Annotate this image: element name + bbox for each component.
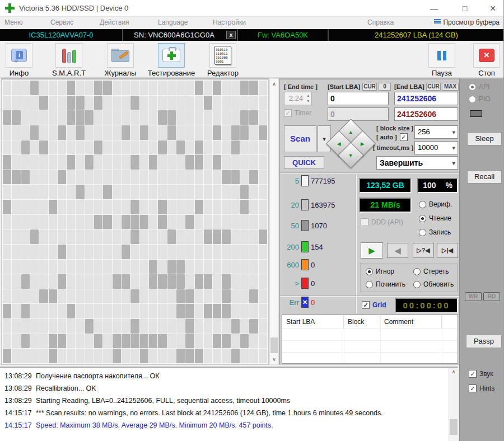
map-scrollbar[interactable]: ∧ ∨ (269, 78, 279, 365)
spinner-arrows-icon[interactable]: ▲▼ (306, 93, 310, 104)
maximize-button[interactable]: □ (452, 0, 477, 17)
menu-main[interactable]: Меню (4, 18, 22, 26)
menu-help[interactable]: Справка (367, 18, 394, 26)
menu-settings[interactable]: Настройки (213, 18, 246, 26)
block-cell (67, 200, 75, 214)
block-cell (140, 200, 148, 214)
scroll-down-icon[interactable]: ∨ (270, 355, 278, 364)
menu-service[interactable]: Сервис (50, 18, 73, 26)
info-button[interactable]: i Инфо (0, 43, 46, 77)
pio-radio[interactable]: PIO (469, 95, 491, 103)
action-ignore-radio[interactable]: Игнор (366, 268, 394, 275)
passp-button[interactable]: Passp (466, 335, 502, 348)
menu-actions[interactable]: Действия (100, 18, 129, 26)
hints-checkbox[interactable]: ✓ Hints (469, 384, 494, 392)
scroll-up-icon[interactable]: ∧ (270, 79, 278, 88)
buffer-view-button[interactable]: Просмотр буфера (434, 18, 500, 26)
rd-button[interactable]: RD (483, 292, 500, 301)
wr-button[interactable]: WR (465, 292, 482, 301)
timer-checkbox[interactable]: ✓ Timer (284, 109, 311, 117)
block-cell (195, 96, 203, 110)
sound-checkbox[interactable]: ✓ Звук (469, 370, 493, 378)
api-radio[interactable]: API (469, 83, 489, 91)
block-cell (176, 200, 185, 214)
testing-label: Тестирование (144, 69, 198, 77)
block-cell (49, 81, 57, 95)
block-cell (249, 96, 258, 110)
editor-label: Редактор (196, 69, 250, 77)
chevron-down-icon: ▾ (452, 127, 455, 137)
minimize-button[interactable]: — (422, 0, 446, 17)
block-cell (259, 155, 267, 170)
editor-button[interactable]: 010110 110011 101000 0001 Редактор (196, 43, 250, 77)
menu-language[interactable]: Language (158, 18, 188, 26)
block-size-select[interactable]: 256 ▾ (414, 125, 458, 139)
scrollbar-thumb[interactable] (450, 419, 458, 435)
mode-read-radio[interactable]: Чтение (419, 214, 451, 222)
device-model[interactable]: IC35L120AVVA07-0 (0, 29, 122, 41)
log-entry: 14:15:17Speed: Maximum 38 MB/s. Average … (0, 419, 437, 431)
back-button[interactable]: ◀ (387, 243, 408, 258)
defect-table[interactable]: Start LBA Block Comment (282, 315, 458, 364)
clear-serial-button[interactable]: x (226, 31, 236, 39)
ddd-checkbox[interactable]: DDD (API) (361, 218, 403, 226)
block-cell (158, 125, 166, 140)
block-map (3, 81, 267, 363)
block-cell (158, 140, 166, 155)
block-cell (3, 289, 11, 304)
block-cell (195, 349, 203, 363)
block-cell (103, 334, 111, 349)
mode-write-radio[interactable]: Запись (419, 228, 451, 236)
action-erase-radio[interactable]: Стереть (413, 268, 449, 275)
play-button[interactable]: ▶ (361, 243, 382, 258)
recall-button[interactable]: Recall (467, 170, 502, 184)
column-header[interactable]: Comment (380, 315, 442, 329)
block-cell (113, 170, 121, 185)
seek-edge-button[interactable]: ▷|◀ (437, 243, 458, 258)
sleep-button[interactable]: Sleep (467, 132, 502, 146)
end-max-button[interactable]: MAX (442, 83, 459, 91)
scan-button[interactable]: Scan (284, 125, 316, 152)
start-cur-button[interactable]: CUR (362, 83, 377, 91)
action-refresh-radio[interactable]: Обновить (413, 280, 454, 288)
column-header[interactable]: Start LBA (282, 315, 344, 329)
quick-button[interactable]: QUICK (284, 156, 324, 169)
end-time-spinner[interactable]: 2:24 ▲▼ (284, 92, 312, 105)
block-cell (113, 349, 121, 363)
block-cell (185, 185, 194, 199)
auto-checkbox[interactable]: [ auto ] ✓ (376, 133, 408, 141)
timeout-select[interactable]: 10000 ▾ (414, 141, 458, 154)
block-cell (85, 215, 94, 229)
block-cell (222, 260, 230, 274)
block-cell (240, 155, 249, 170)
log-panel[interactable]: 13:08:29Получение паспорта накопителя...… (0, 367, 458, 441)
checkbox-check-icon: ✓ (469, 384, 477, 392)
start-zero-button[interactable]: 0 (379, 83, 391, 91)
scroll-up-icon[interactable]: ∧ (449, 369, 458, 374)
journals-button[interactable]: Журналы (94, 43, 147, 77)
block-cell (21, 96, 30, 110)
end-lba-input[interactable]: 241252606 (394, 92, 458, 105)
block-cell (130, 155, 139, 170)
finish-action-select[interactable]: Завершить ▾ (376, 156, 458, 170)
stop-button[interactable]: ✕ Стоп (460, 43, 504, 77)
smart-button[interactable]: S.M.A.R.T (42, 43, 96, 77)
grid-checkbox[interactable]: ✓ Grid (362, 301, 386, 309)
end-cur-button[interactable]: CUR (426, 83, 441, 91)
start-lba-input[interactable]: 0 (328, 92, 389, 105)
block-cell (49, 125, 57, 140)
column-header[interactable]: Block (344, 315, 380, 329)
block-cell (140, 289, 148, 304)
block-cell (67, 304, 75, 318)
block-cell (122, 200, 130, 214)
action-repair-radio[interactable]: Починить (366, 280, 405, 288)
scrollbar-thumb[interactable] (270, 337, 278, 353)
mode-verify-radio[interactable]: Вериф. (419, 200, 452, 208)
block-cell (195, 81, 203, 95)
block-cell (3, 349, 11, 363)
seek-question-button[interactable]: ▷?◀ (413, 243, 434, 258)
close-button[interactable]: ✕ (480, 0, 504, 17)
block-cell (58, 170, 66, 185)
testing-button[interactable]: Тестирование (144, 43, 198, 77)
log-scrollbar[interactable]: ∧ (449, 368, 458, 441)
